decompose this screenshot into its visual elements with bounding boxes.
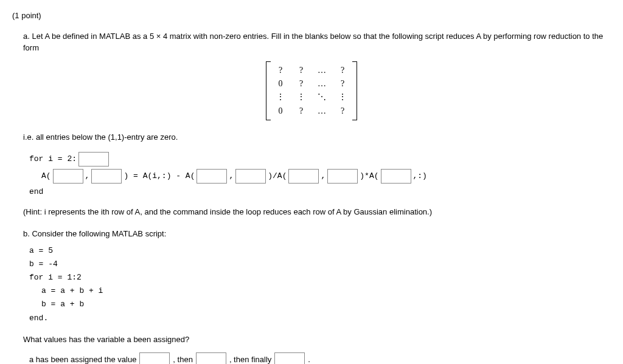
code-line: a = 5 — [29, 244, 611, 258]
code-frag: , — [229, 170, 234, 182]
matrix-cell: … — [317, 64, 327, 77]
blank-for-upper[interactable] — [78, 152, 109, 167]
question-a: What values has the variable a been assi… — [23, 334, 611, 346]
code-line: b = -4 — [29, 258, 611, 271]
points-label: (1 point) — [12, 10, 611, 22]
matrix-cell: ? — [296, 77, 306, 91]
matrix-cell: ⋱ — [317, 91, 327, 104]
blank-a-col[interactable] — [91, 169, 122, 184]
blank-rhs1-col[interactable] — [235, 169, 266, 184]
code-line: a = a + b + i — [41, 284, 611, 298]
code-frag: )*A( — [360, 170, 378, 182]
code-frag: )/A( — [268, 170, 287, 182]
matrix-cell: ⋮ — [338, 91, 347, 104]
blank-rhs3-row[interactable] — [381, 169, 411, 184]
period: . — [308, 354, 310, 364]
target-matrix: ? ? … ? 0 ? … ? ⋮ ⋮ ⋱ ⋮ 0 — [12, 61, 611, 121]
part-b-intro: b. Consider the following MATLAB script: — [23, 228, 611, 240]
blank-a-val1[interactable] — [139, 352, 170, 364]
code-assignment-line: A( , ) = A(i,:) - A( , )/A( , )*A( ,:) — [41, 169, 611, 184]
code-frag: , — [321, 170, 325, 182]
then-finally-label: , then finally — [229, 354, 271, 364]
code-frag: ) = A(i,:) - A( — [124, 170, 195, 182]
matrix-cell: ⋮ — [276, 91, 285, 104]
code-end-line: end — [29, 186, 611, 198]
then-label: , then — [173, 354, 193, 364]
matrix-cell: ⋮ — [296, 91, 306, 104]
code-end: end — [29, 186, 43, 198]
matrix-cell: ? — [338, 77, 347, 91]
matrix-cell: ? — [338, 105, 347, 118]
blank-rhs1-row[interactable] — [197, 169, 227, 184]
matrix-cell: ? — [276, 64, 285, 77]
blank-rhs2-row[interactable] — [288, 169, 319, 184]
answer-a-prefix: a has been assigned the value — [29, 354, 136, 364]
matrix-cell: 0 — [276, 77, 285, 91]
code-line: end. — [29, 312, 611, 325]
hint-text: (Hint: i represents the ith row of A, an… — [23, 206, 611, 218]
subnote: i.e. all entries below the (1,1)-entry a… — [23, 131, 611, 143]
blank-rhs2-col[interactable] — [327, 169, 358, 184]
code-frag: A( — [41, 170, 51, 182]
code-line: for i = 1:2 — [29, 271, 611, 284]
answer-a-line: a has been assigned the value , then , t… — [29, 352, 611, 364]
matrix-cell: ? — [296, 105, 306, 118]
blank-a-row[interactable] — [53, 169, 83, 184]
code-frag: , — [85, 170, 90, 182]
matrix-cell: 0 — [276, 105, 285, 118]
code-frag: ,:) — [413, 170, 427, 182]
matrix-cell: … — [317, 77, 327, 91]
blank-a-val2[interactable] — [196, 352, 226, 364]
code-line: b = a + b — [41, 298, 611, 311]
blank-a-val3[interactable] — [274, 352, 305, 364]
matlab-script: a = 5 b = -4 for i = 1:2 a = a + b + i b… — [29, 244, 611, 325]
for-prefix: for i = 2: — [29, 153, 77, 165]
code-for-line: for i = 2: — [29, 152, 611, 167]
part-a-intro: a. Let A be defined in MATLAB as a 5 × 4… — [23, 30, 611, 54]
matrix-cell: ? — [296, 64, 306, 77]
matrix-cell: … — [317, 105, 327, 118]
matrix-cell: ? — [338, 64, 347, 77]
